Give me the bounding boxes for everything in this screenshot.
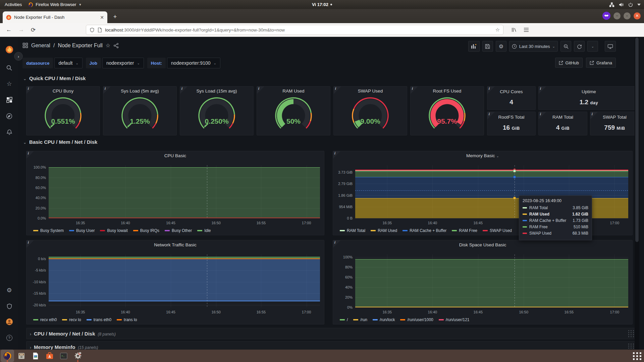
back-button[interactable]: ← [6, 26, 12, 33]
share-icon[interactable] [113, 43, 119, 48]
row-drag-handle[interactable] [628, 344, 634, 350]
sidebar-item-user-avatar[interactable] [0, 315, 18, 328]
favorite-star-icon[interactable]: ☆ [106, 42, 110, 49]
collapsed-row-1[interactable]: › CPU / Memory / Net / Disk (8 panels) [26, 328, 639, 339]
legend-item[interactable]: RAM Free [452, 228, 477, 233]
taskbar-icon-files[interactable] [15, 350, 28, 362]
legend-item[interactable]: RAM Total [340, 228, 365, 233]
clock[interactable]: Vi 17:02 [312, 2, 332, 7]
app-menu[interactable]: Firefox Web Browser ▼ [28, 2, 82, 7]
time-range-picker[interactable]: Last 30 minutes⌄ [509, 41, 558, 52]
chart-plot-area[interactable] [49, 254, 320, 307]
stat-panel-uptime[interactable]: iUptime1.2 day [538, 86, 639, 110]
activities-button[interactable]: Activities [5, 2, 22, 7]
legend-item[interactable]: Busy Other [165, 228, 192, 233]
chart-panel-network-basic[interactable]: iNetwork Traffic Basic0 b/s-5 kb/s-10 kb… [26, 240, 324, 324]
legend-item[interactable]: recv lo [62, 317, 81, 322]
variable-value-dropdown[interactable]: default⌄ [54, 58, 82, 68]
sidebar-item-help[interactable]: ? [0, 331, 18, 345]
legend-item[interactable]: Busy System [33, 228, 64, 233]
sidebar-item-explore[interactable] [0, 109, 18, 123]
stat-panel-cpu-cores[interactable]: iCPU Cores4 [487, 86, 536, 110]
row-drag-handle[interactable] [628, 330, 634, 337]
zoom-out-button[interactable] [560, 41, 571, 52]
stat-panel-ram-total[interactable]: iRAM Total4 GiB [538, 112, 587, 135]
section-basic[interactable]: ⌄ Basic CPU / Mem / Net / Disk [23, 139, 97, 145]
legend-item[interactable]: Idle [197, 228, 211, 233]
link-button-github[interactable]: GitHub [555, 58, 583, 68]
hamburger-menu-icon[interactable] [524, 27, 529, 32]
legend-item[interactable]: SWAP Used [483, 228, 512, 233]
forward-button[interactable]: → [18, 26, 24, 33]
stat-panel-rootfs-total[interactable]: iRootFS Total16 GiB [487, 112, 536, 135]
chart-panel-disk-basic[interactable]: iDisk Space Used Basic0%20%40%60%80%100%… [333, 240, 633, 324]
add-panel-button[interactable] [468, 41, 480, 52]
save-dashboard-button[interactable] [482, 41, 493, 52]
legend-item[interactable]: Busy Iowait [100, 228, 127, 233]
refresh-interval-dropdown[interactable]: ⌄ [587, 41, 598, 52]
show-applications-icon[interactable] [633, 351, 642, 361]
url-bar[interactable]: localhost:3000/d/rYdddlPWk/node-exporter… [86, 25, 503, 35]
page-scrollbar[interactable] [635, 37, 639, 350]
collapsed-row-2[interactable]: › Memory Meminfo (15 panels) [26, 341, 639, 350]
sidenav-expand-button[interactable]: › [14, 52, 23, 61]
gauge-panel-cpu-busy[interactable]: iCPU Busy 0.551% [26, 86, 100, 135]
dashboard-settings-button[interactable]: ⚙ [496, 41, 506, 52]
reload-button[interactable]: ⟳ [31, 26, 36, 34]
taskbar-icon-ubuntu-software[interactable]: A [43, 350, 56, 362]
gauge-panel-swap-used[interactable]: iSWAP Used 9.00% [333, 86, 407, 135]
taskbar-icon-tweaks[interactable] [71, 350, 85, 362]
sidebar-item-starred[interactable]: ☆ [0, 77, 18, 90]
link-button-grafana[interactable]: Grafana [586, 58, 616, 68]
variable-value-dropdown[interactable]: nodeexporter⌄ [102, 58, 144, 68]
legend-item[interactable]: Busy User [69, 228, 95, 233]
library-icon[interactable] [512, 27, 517, 33]
taskbar-icon-firefox[interactable] [1, 350, 14, 362]
section-quick[interactable]: ⌄ Quick CPU / Mem / Disk [23, 75, 86, 81]
legend-item[interactable]: / [340, 317, 348, 322]
browser-tab[interactable]: Node Exporter Full - Dash ✕ [3, 11, 107, 23]
window-close-button[interactable]: ✕ [634, 12, 641, 19]
legend-item[interactable]: RAM Used [371, 228, 397, 233]
variable-value-dropdown[interactable]: nodeexporter:9100⌄ [167, 58, 220, 68]
gauge-panel-ram-used[interactable]: iRAM Used 50% [257, 86, 330, 135]
refresh-button[interactable] [574, 41, 585, 52]
gauge-panel-sys-load-5m-avg-[interactable]: iSys Load (5m avg) 1.25% [103, 86, 177, 135]
window-maximize-button[interactable]: ▫ [624, 12, 631, 19]
legend-item[interactable]: RAM Cache + Buffer [402, 228, 446, 233]
legend-item[interactable]: /run/lock [373, 317, 395, 322]
sidebar-item-alerting[interactable] [0, 125, 18, 139]
system-menu-caret[interactable] [637, 4, 641, 6]
gauge-panel-root-fs-used[interactable]: iRoot FS Used 95.7% [410, 86, 484, 135]
legend-item[interactable]: /run/user/1000 [400, 317, 433, 322]
sidebar-item-configuration[interactable]: ⚙ [0, 284, 18, 297]
legend-item[interactable]: trans eth0 [87, 317, 111, 322]
legend-item[interactable]: /run [353, 317, 367, 322]
chart-plot-area[interactable] [355, 254, 628, 307]
chart-panel-cpu-basic[interactable]: iCPU Basic0.0%20.0%40.0%60.0%80.0%100.0%… [26, 151, 324, 235]
taskbar-icon-libreoffice[interactable] [29, 350, 42, 362]
url-text[interactable]: localhost:3000/d/rYdddlPWk/node-exporter… [105, 27, 492, 33]
bookmark-star-icon[interactable]: ☆ [495, 27, 500, 33]
gauge-panel-sys-load-15m-avg-[interactable]: iSys Load (15m avg) 0.250% [180, 86, 254, 135]
breadcrumb-folder[interactable]: General [31, 43, 50, 49]
tab-close-icon[interactable]: ✕ [100, 15, 104, 20]
legend-item[interactable]: trans lo [117, 317, 137, 322]
legend-item[interactable]: recv eth0 [33, 317, 57, 322]
extension-badge-icon[interactable] [602, 12, 610, 20]
legend-item[interactable]: Busy IRQs [133, 228, 159, 233]
sidebar-item-search[interactable] [0, 61, 18, 74]
page-info-icon[interactable] [98, 27, 102, 33]
chart-panel-memory-basic[interactable]: iMemory Basic⌄0 B954 MiB1.86 GiB2.79 GiB… [333, 151, 633, 235]
stat-panel-swap-total[interactable]: iSWAP Total759 MiB [590, 112, 639, 135]
legend-item[interactable]: /run/user/121 [439, 317, 470, 322]
window-minimize-button[interactable]: − [613, 12, 621, 19]
sidebar-item-dashboards[interactable] [0, 93, 18, 107]
dashboard-title[interactable]: Node Exporter Full [58, 43, 102, 49]
sidebar-item-server-admin[interactable] [0, 300, 18, 313]
cycle-view-button[interactable] [605, 41, 616, 52]
taskbar-icon-terminal[interactable]: >_ [57, 350, 70, 362]
shield-icon[interactable] [90, 27, 95, 33]
chart-plot-area[interactable] [49, 165, 320, 218]
new-tab-button[interactable]: + [111, 13, 119, 21]
